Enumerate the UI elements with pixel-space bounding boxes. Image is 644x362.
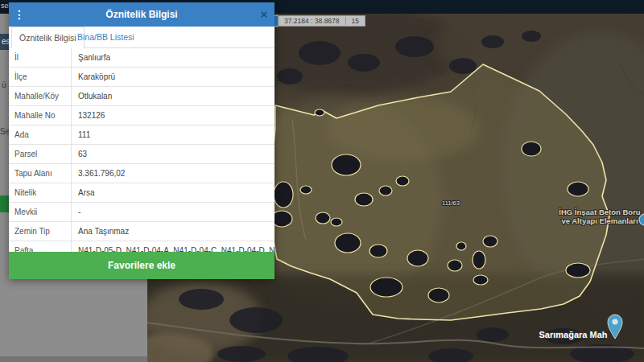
table-row: İlŞanlıurfa bbox=[9, 48, 275, 68]
table-row: İlçeKaraköprü bbox=[9, 68, 275, 87]
row-label: Ada bbox=[9, 125, 72, 144]
attribute-table: İlŞanlıurfaİlçeKaraköprüMahalle/KöyOtluk… bbox=[9, 48, 275, 261]
business-label-line2: ve Altyapı Elemanları bbox=[561, 216, 638, 225]
row-value: 3.361.796,02 bbox=[72, 164, 275, 183]
sidebar-fragment-1: ü bbox=[2, 80, 6, 89]
row-label: İlçe bbox=[9, 68, 72, 86]
row-value: Şanlıurfa bbox=[72, 48, 275, 67]
modal-header: ⋮ Öznitelik Bilgisi × bbox=[9, 2, 275, 27]
modal-tabbar: Öznitelik Bilgisi Bina/BB Listesi bbox=[9, 27, 275, 48]
row-value: Karaköprü bbox=[72, 68, 275, 86]
attribute-modal: ⋮ Öznitelik Bilgisi × Öznitelik Bilgisi … bbox=[9, 2, 275, 279]
table-row: Mahalle/KöyOtlukalan bbox=[9, 87, 275, 106]
row-value: - bbox=[72, 203, 275, 221]
sidebar-bottom-strip bbox=[0, 356, 147, 362]
menu-dots-icon[interactable]: ⋮ bbox=[9, 2, 30, 27]
close-icon[interactable]: × bbox=[254, 2, 275, 27]
row-value: Otlukalan bbox=[72, 87, 275, 105]
row-value: Arsa bbox=[72, 183, 275, 202]
table-row: Ada111 bbox=[9, 125, 275, 145]
row-label: Nitelik bbox=[9, 183, 72, 202]
modal-title: Öznitelik Bilgisi bbox=[30, 9, 254, 20]
add-to-favorites-button[interactable]: Favorilere ekle bbox=[9, 252, 275, 279]
coordinate-box: 37.2184 : 38.8678 15 bbox=[278, 15, 365, 27]
table-row: Mahalle No132126 bbox=[9, 106, 275, 125]
row-label: Mahalle No bbox=[9, 106, 72, 125]
coordinates-value: 37.2184 : 38.8678 bbox=[279, 17, 345, 25]
row-label: Parsel bbox=[9, 145, 72, 163]
row-label: Mahalle/Köy bbox=[9, 87, 72, 105]
row-label: Tapu Alanı bbox=[9, 164, 72, 183]
row-value: 111 bbox=[72, 125, 275, 144]
zoom-level-value: 15 bbox=[345, 17, 365, 25]
table-row: Mevkii- bbox=[9, 203, 275, 222]
row-value: 132126 bbox=[72, 106, 275, 125]
table-row: NitelikArsa bbox=[9, 183, 275, 203]
parcel-number-label: 111/63 bbox=[442, 200, 460, 207]
app-screen: 111/63 İHG İnşaat Beton Boru ve Altyapı … bbox=[0, 0, 644, 362]
row-value: 63 bbox=[72, 145, 275, 163]
business-label-line1: İHG İnşaat Beton Boru bbox=[559, 208, 641, 216]
tab-building-list[interactable]: Bina/BB Listesi bbox=[70, 27, 142, 48]
row-label: Zemin Tip bbox=[9, 222, 72, 241]
table-row: Zemin TipAna Taşınmaz bbox=[9, 222, 275, 241]
row-label: İl bbox=[9, 48, 72, 67]
neighborhood-label: Sarımağara Mah bbox=[539, 330, 608, 339]
table-row: Parsel63 bbox=[9, 145, 275, 164]
table-row: Tapu Alanı3.361.796,02 bbox=[9, 164, 275, 183]
row-label: Mevkii bbox=[9, 203, 72, 221]
row-value: Ana Taşınmaz bbox=[72, 222, 275, 241]
